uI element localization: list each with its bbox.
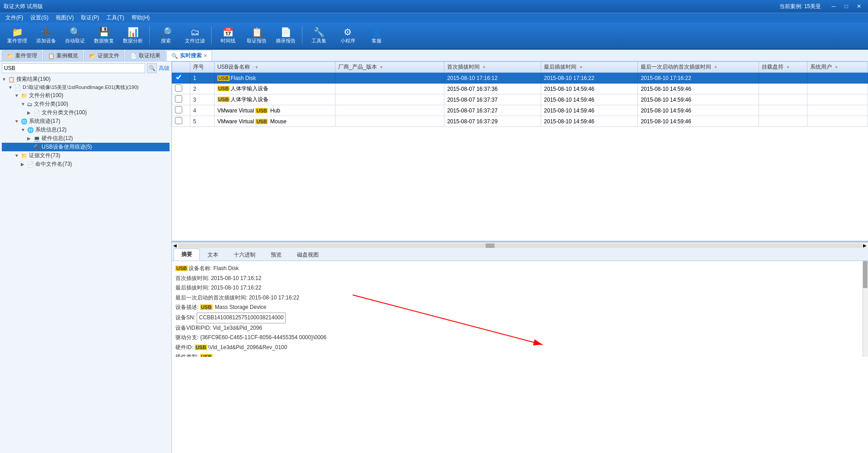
search-button[interactable]: 🔍	[147, 63, 157, 73]
tool-customer-service[interactable]: 👤 客服	[363, 24, 390, 47]
detail-scroll-thumb[interactable]	[863, 261, 868, 288]
table-row[interactable]: 2 USB人体学输入设备 2015-08-07 16:37:36 2015-08…	[172, 84, 868, 94]
col-boot-first-time[interactable]: 最后一次启动的首次插拔时间 ▼	[638, 62, 759, 73]
tool-case-management[interactable]: 📁 案件管理	[4, 24, 31, 47]
detail-tab-text[interactable]: 文本	[200, 249, 226, 261]
cell-checkbox[interactable]	[172, 94, 190, 105]
tree-label: 搜索结果(190)	[16, 75, 51, 83]
scroll-left-arrow[interactable]: ◀	[172, 243, 178, 248]
cell-first-time: 2015-08-07 16:37:37	[444, 94, 541, 105]
tool-file-filter[interactable]: 🗂 文件过滤	[181, 24, 208, 47]
add-device-icon: ➕	[41, 28, 52, 37]
row-checkbox[interactable]	[175, 117, 182, 124]
tool-forensics-report[interactable]: 📋 取证报告	[243, 24, 270, 47]
tool-auto-forensics[interactable]: 🔍 自动取证	[61, 24, 89, 47]
table-row[interactable]: 4 VMware Virtual USB Hub 2015-08-07 16:3…	[172, 105, 868, 116]
detail-tab-summary[interactable]: 摘要	[174, 248, 200, 261]
detail-tab-disk-view[interactable]: 磁盘视图	[289, 249, 326, 261]
cell-vendor	[335, 94, 444, 105]
advanced-search-button[interactable]: 高级	[159, 65, 170, 72]
tool-toolkit[interactable]: 🔧 工具集	[305, 24, 332, 47]
tool-data-analysis[interactable]: 📊 数据分析	[119, 24, 146, 47]
tool-auto-forensics-label: 自动取证	[65, 37, 85, 44]
tree-item-hit-filenames[interactable]: ▶ 📄 命中文件名(73)	[2, 160, 170, 168]
detail-scrollbar[interactable]	[863, 261, 868, 357]
col-name[interactable]: USB设备名称 ↑▼	[214, 62, 335, 73]
cell-checkbox[interactable]	[172, 73, 190, 84]
tree-item-search-results[interactable]: ▼ 📋 搜索结果(190)	[2, 75, 170, 84]
col-drive[interactable]: 挂载盘符 ▼	[759, 62, 807, 73]
cell-boot-first-time: 2015-08-10 17:16:22	[638, 73, 759, 84]
row-checkbox[interactable]	[175, 106, 182, 113]
menu-file[interactable]: 文件(F)	[2, 13, 27, 23]
cell-checkbox[interactable]	[172, 116, 190, 127]
tree-icon: 📄	[33, 110, 40, 116]
cell-checkbox[interactable]	[172, 84, 190, 94]
tab-realtime-search[interactable]: 🔍 实时搜索 ✕	[166, 50, 212, 61]
usb-badge: USB	[217, 97, 230, 102]
tree-item-file-analysis[interactable]: ▼ 📁 文件分析(100)	[2, 91, 170, 100]
detail-tab-hex[interactable]: 十六进制	[226, 249, 263, 261]
table-row[interactable]: 3 USB人体学输入设备 2015-08-07 16:37:37 2015-08…	[172, 94, 868, 105]
maximize-button[interactable]: □	[841, 2, 852, 10]
tool-mini-app-label: 小程序	[340, 37, 355, 44]
cell-user	[807, 84, 868, 94]
detail-tab-preview[interactable]: 预览	[263, 249, 289, 261]
data-recovery-icon: 💾	[99, 28, 110, 37]
row-checkbox[interactable]	[175, 84, 182, 92]
col-last-time[interactable]: 最后插拔时间 ▼	[541, 62, 638, 73]
tree-item-hardware-info[interactable]: ▶ 💻 硬件信息(12)	[2, 134, 170, 143]
tool-data-recovery[interactable]: 💾 数据恢复	[90, 24, 118, 47]
tree-item-evidence-files[interactable]: ▼ 📁 证据文件(73)	[2, 151, 170, 160]
tab-case-overview[interactable]: 📋 案例概览	[43, 50, 83, 61]
menu-tools[interactable]: 工具(T)	[103, 13, 127, 23]
menu-settings[interactable]: 设置(S)	[27, 13, 52, 23]
menu-view[interactable]: 视图(V)	[52, 13, 77, 23]
toolbar-separator-3	[302, 27, 302, 45]
scroll-thumb[interactable]	[486, 243, 495, 248]
scroll-right-arrow[interactable]: ▶	[862, 243, 868, 248]
tree-item-system-info[interactable]: ▼ 🌐 系统信息(12)	[2, 126, 170, 134]
tabbar: 📁 案件管理 📋 案例概览 📂 证据文件 📄 取证结果 🔍 实时搜索 ✕	[0, 50, 868, 61]
menu-forensics[interactable]: 取证(P)	[77, 13, 103, 23]
tree-item-usb-traces[interactable]: 🔌 USB设备使用痕迹(5)	[2, 143, 170, 151]
col-seq[interactable]: 序号	[190, 62, 215, 73]
case-overview-tab-label: 案例概览	[57, 52, 78, 60]
row-checkbox[interactable]	[175, 74, 182, 81]
tool-search[interactable]: 🔎 搜索	[152, 24, 179, 47]
menu-help[interactable]: 帮助(H)	[128, 13, 154, 23]
tab-case-management[interactable]: 📁 案件管理	[2, 50, 42, 61]
tree-item-file-classification[interactable]: ▼ 🗂 文件分类(100)	[2, 100, 170, 108]
scroll-track[interactable]	[178, 243, 862, 248]
tree-item-system-traces[interactable]: ▼ 🌐 系统痕迹(17)	[2, 117, 170, 126]
tree-item-file-classification-files[interactable]: ▶ 📄 文件分类文件(100)	[2, 108, 170, 117]
file-filter-icon: 🗂	[190, 28, 199, 37]
tool-excerpt-report[interactable]: 📄 摘录报告	[272, 24, 299, 47]
tree-item-evidence-file[interactable]: ▼ 📄 D:\取证\镜像\15美亚\1stRoundImage.E01(离线)(…	[2, 84, 170, 91]
search-box: 🔍 高级	[2, 63, 170, 73]
realtime-search-tab-close[interactable]: ✕	[203, 53, 207, 58]
col-vendor[interactable]: 厂商_产品_版本 ▼	[335, 62, 444, 73]
horizontal-scrollbar[interactable]: ◀ ▶	[172, 242, 868, 248]
tool-mini-app[interactable]: ⚙ 小程序	[334, 24, 361, 47]
minimize-button[interactable]: ─	[828, 2, 839, 10]
tool-add-device[interactable]: ➕ 添加设备	[33, 24, 60, 47]
table-row[interactable]: 1 USBFlash Disk 2015-08-10 17:16:12 2015…	[172, 73, 868, 84]
tab-evidence-file[interactable]: 📂 证据文件	[84, 50, 124, 61]
tool-timeline[interactable]: 📅 时间线	[214, 24, 241, 47]
search-input[interactable]	[2, 63, 145, 73]
cell-checkbox[interactable]	[172, 105, 190, 116]
close-button[interactable]: ✕	[854, 2, 864, 10]
table-row[interactable]: 5 VMware Virtual USB Mouse 2015-08-07 16…	[172, 116, 868, 127]
detail-tabs: 摘要 文本 十六进制 预览 磁盘视图	[172, 248, 868, 261]
main-content: 🔍 高级 ▼ 📋 搜索结果(190) ▼ 📄 D:\取证\镜像\15美亚\1st…	[0, 61, 868, 453]
menubar: 文件(F) 设置(S) 视图(V) 取证(P) 工具(T) 帮助(H)	[0, 13, 868, 23]
cell-seq: 3	[190, 94, 215, 105]
cell-user	[807, 105, 868, 116]
row-checkbox[interactable]	[175, 95, 182, 103]
right-panel: 序号 USB设备名称 ↑▼ 厂商_产品_版本 ▼ 首次插拔时间 ▼ 最后插拔时间…	[172, 61, 868, 453]
forensics-result-tab-icon: 📄	[130, 53, 137, 59]
col-first-time[interactable]: 首次插拔时间 ▼	[444, 62, 541, 73]
col-user[interactable]: 系统用户 ▼	[807, 62, 868, 73]
tab-forensics-result[interactable]: 📄 取证结果	[125, 50, 165, 61]
